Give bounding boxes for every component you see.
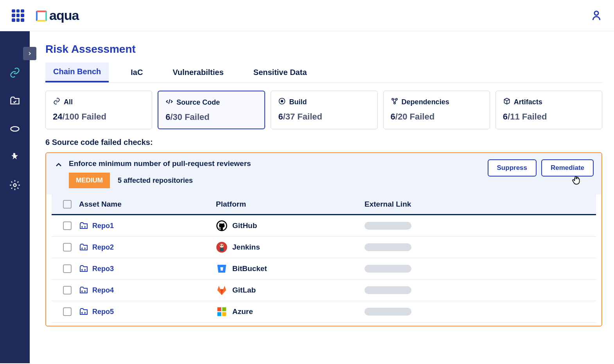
jenkins-icon xyxy=(216,241,228,253)
platform-cell: BitBucket xyxy=(216,263,364,275)
asset-link[interactable]: Repo1 xyxy=(79,221,216,230)
tab-sensitive-data[interactable]: Sensitive Data xyxy=(246,62,315,82)
section-heading: 6 Source code failed checks: xyxy=(45,138,602,147)
sidebar xyxy=(0,31,30,363)
card-label: Build xyxy=(289,98,307,106)
summary-card-source-code[interactable]: Source Code6/30 Failed xyxy=(158,91,265,129)
row-checkbox[interactable] xyxy=(63,221,72,230)
check-meta: MEDIUM 5 affected repositories xyxy=(69,173,482,188)
svg-rect-12 xyxy=(220,248,224,251)
remediate-button[interactable]: Remediate xyxy=(541,159,594,177)
svg-rect-16 xyxy=(222,307,226,311)
card-label: Dependencies xyxy=(402,98,449,106)
svg-point-0 xyxy=(594,11,598,15)
sidebar-expand-button[interactable] xyxy=(23,47,36,60)
table-row: Repo4GitLab xyxy=(52,280,596,301)
code-icon xyxy=(165,98,173,107)
card-stats: 24/100 Failed xyxy=(53,112,145,122)
main-content: Risk Assessment Chain BenchIaCVulnerabil… xyxy=(30,31,614,363)
platform-cell: GitHub xyxy=(216,220,364,232)
svg-point-5 xyxy=(281,100,283,102)
build-icon xyxy=(278,97,286,107)
card-header: Artifacts xyxy=(503,97,595,107)
external-link-placeholder[interactable] xyxy=(364,243,411,251)
brand-text: aqua xyxy=(49,8,79,23)
card-stats: 6/30 Failed xyxy=(165,112,257,122)
deps-icon xyxy=(391,97,399,107)
github-icon xyxy=(216,220,228,232)
check-info: Enforce minimum number of pull-request r… xyxy=(69,159,482,188)
platform-cell: Jenkins xyxy=(216,241,364,253)
brand-logo[interactable]: aqua xyxy=(36,8,79,23)
platform-cell: GitLab xyxy=(216,284,364,296)
summary-card-all[interactable]: All24/100 Failed xyxy=(45,91,152,129)
card-label: Source Code xyxy=(176,98,220,107)
sidebar-item-settings[interactable] xyxy=(0,171,30,199)
card-stats: 6/11 Failed xyxy=(503,112,595,122)
svg-point-11 xyxy=(220,244,224,248)
summary-cards: All24/100 FailedSource Code6/30 FailedBu… xyxy=(45,91,602,129)
svg-point-2 xyxy=(14,184,16,187)
azure-icon xyxy=(216,306,228,318)
collapse-icon[interactable] xyxy=(54,160,63,170)
header-platform: Platform xyxy=(216,200,364,209)
summary-card-artifacts[interactable]: Artifacts6/11 Failed xyxy=(496,91,602,129)
asset-link[interactable]: Repo5 xyxy=(79,307,216,316)
logo-mark-icon xyxy=(36,11,46,21)
svg-rect-15 xyxy=(217,307,221,311)
check-header: Enforce minimum number of pull-request r… xyxy=(46,153,601,194)
asset-link[interactable]: Repo3 xyxy=(79,264,216,273)
row-checkbox[interactable] xyxy=(63,264,72,273)
sidebar-item-enforce[interactable] xyxy=(0,143,30,171)
row-checkbox[interactable] xyxy=(63,307,72,316)
sidebar-item-chain[interactable] xyxy=(0,59,30,87)
suppress-button[interactable]: Suppress xyxy=(488,159,537,177)
table-header-row: Asset Name Platform External Link xyxy=(52,194,596,215)
summary-card-build[interactable]: Build6/37 Failed xyxy=(271,91,377,129)
artifacts-icon xyxy=(503,97,511,107)
asset-link[interactable]: Repo4 xyxy=(79,285,216,295)
table-row: Repo2Jenkins xyxy=(52,237,596,258)
table-row: Repo3BitBucket xyxy=(52,258,596,280)
card-header: All xyxy=(53,97,145,107)
svg-point-1 xyxy=(11,127,19,131)
bitbucket-icon xyxy=(216,263,228,275)
check-title: Enforce minimum number of pull-request r… xyxy=(69,159,482,168)
sidebar-item-scan[interactable] xyxy=(0,115,30,143)
svg-rect-18 xyxy=(222,312,226,316)
tab-vulnerabilties[interactable]: Vulnerabilties xyxy=(165,62,231,82)
page-title: Risk Assessment xyxy=(45,43,602,55)
svg-point-14 xyxy=(222,245,223,246)
severity-badge: MEDIUM xyxy=(69,173,110,188)
svg-rect-17 xyxy=(217,312,221,316)
table-row: Repo5Azure xyxy=(52,301,596,323)
check-actions: Suppress Remediate xyxy=(488,159,594,177)
top-header: aqua xyxy=(0,0,614,31)
header-link: External Link xyxy=(364,200,592,209)
layout: Risk Assessment Chain BenchIaCVulnerabil… xyxy=(0,31,614,363)
tab-iac[interactable]: IaC xyxy=(123,62,151,82)
card-header: Dependencies xyxy=(391,97,483,107)
card-label: Artifacts xyxy=(514,98,542,106)
summary-card-dependencies[interactable]: Dependencies6/20 Failed xyxy=(383,91,490,129)
tab-chain-bench[interactable]: Chain Bench xyxy=(45,62,109,82)
external-link-placeholder[interactable] xyxy=(364,308,411,316)
card-header: Build xyxy=(278,97,370,107)
svg-point-13 xyxy=(220,245,221,246)
card-stats: 6/37 Failed xyxy=(278,112,370,122)
select-all-checkbox[interactable] xyxy=(63,200,72,209)
app-launcher-icon[interactable] xyxy=(12,9,24,22)
row-checkbox[interactable] xyxy=(63,243,72,252)
platform-cell: Azure xyxy=(216,306,364,318)
asset-link[interactable]: Repo2 xyxy=(79,243,216,252)
header-asset: Asset Name xyxy=(79,200,216,209)
user-icon[interactable] xyxy=(591,10,602,21)
svg-line-3 xyxy=(169,99,170,104)
external-link-placeholder[interactable] xyxy=(364,286,411,294)
sidebar-item-repos[interactable] xyxy=(0,87,30,115)
row-checkbox[interactable] xyxy=(63,286,72,294)
asset-table: Asset Name Platform External Link Repo1G… xyxy=(46,194,601,326)
external-link-placeholder[interactable] xyxy=(364,265,411,273)
external-link-placeholder[interactable] xyxy=(364,222,411,230)
gitlab-icon xyxy=(216,284,228,296)
